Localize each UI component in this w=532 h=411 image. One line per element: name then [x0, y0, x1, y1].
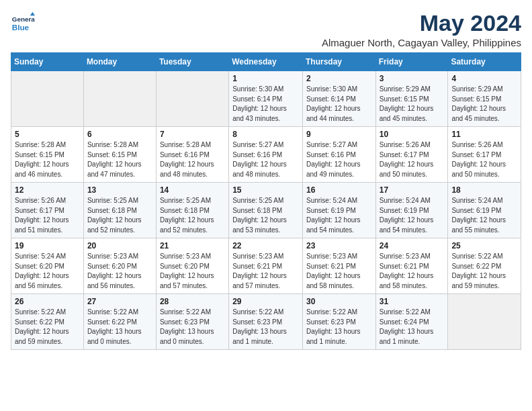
day-info: Sunrise: 5:22 AMSunset: 6:23 PMDaylight:…	[160, 308, 225, 347]
calendar-cell-w2-d5: 17Sunrise: 5:24 AMSunset: 6:19 PMDayligh…	[375, 183, 448, 238]
month-title: May 2024	[322, 11, 521, 36]
day-info: Sunrise: 5:26 AMSunset: 6:17 PMDaylight:…	[451, 140, 517, 179]
day-number: 29	[232, 297, 299, 306]
day-info: Sunrise: 5:28 AMSunset: 6:15 PMDaylight:…	[87, 140, 152, 179]
day-info: Sunrise: 5:26 AMSunset: 6:17 PMDaylight:…	[380, 140, 445, 179]
calendar-cell-w0-d4: 2Sunrise: 5:30 AMSunset: 6:14 PMDaylight…	[302, 71, 375, 127]
calendar-cell-w3-d5: 24Sunrise: 5:23 AMSunset: 6:21 PMDayligh…	[375, 238, 448, 294]
day-info: Sunrise: 5:23 AMSunset: 6:20 PMDaylight:…	[160, 252, 225, 291]
day-number: 3	[380, 74, 445, 83]
calendar-cell-w0-d5: 3Sunrise: 5:29 AMSunset: 6:15 PMDaylight…	[375, 71, 448, 127]
day-number: 28	[160, 297, 225, 306]
day-number: 10	[380, 130, 445, 139]
calendar-cell-w2-d3: 15Sunrise: 5:25 AMSunset: 6:18 PMDayligh…	[229, 183, 303, 238]
svg-marker-2	[30, 12, 35, 15]
calendar-cell-w0-d1	[83, 71, 156, 127]
day-info: Sunrise: 5:22 AMSunset: 6:23 PMDaylight:…	[232, 308, 299, 347]
day-info: Sunrise: 5:24 AMSunset: 6:19 PMDaylight:…	[451, 196, 517, 235]
calendar-table: SundayMondayTuesdayWednesdayThursdayFrid…	[11, 52, 521, 350]
calendar-cell-w4-d2: 28Sunrise: 5:22 AMSunset: 6:23 PMDayligh…	[156, 294, 228, 350]
calendar-cell-w4-d0: 26Sunrise: 5:22 AMSunset: 6:22 PMDayligh…	[11, 294, 84, 350]
day-info: Sunrise: 5:25 AMSunset: 6:18 PMDaylight:…	[160, 196, 225, 235]
day-number: 14	[160, 185, 225, 195]
day-number: 9	[306, 130, 372, 139]
calendar-cell-w0-d3: 1Sunrise: 5:30 AMSunset: 6:14 PMDaylight…	[229, 71, 303, 127]
weekday-header-friday: Friday	[375, 53, 448, 71]
calendar-cell-w1-d2: 7Sunrise: 5:28 AMSunset: 6:16 PMDaylight…	[156, 127, 228, 183]
day-number: 5	[15, 130, 80, 139]
day-info: Sunrise: 5:28 AMSunset: 6:15 PMDaylight:…	[15, 140, 80, 179]
day-info: Sunrise: 5:26 AMSunset: 6:17 PMDaylight:…	[15, 196, 80, 235]
calendar-cell-w0-d0	[11, 71, 84, 127]
logo: General Blue	[11, 11, 38, 35]
weekday-header-monday: Monday	[83, 53, 156, 71]
day-info: Sunrise: 5:23 AMSunset: 6:21 PMDaylight:…	[306, 252, 372, 291]
calendar-cell-w4-d4: 30Sunrise: 5:22 AMSunset: 6:23 PMDayligh…	[302, 294, 375, 350]
day-number: 7	[160, 130, 225, 139]
day-info: Sunrise: 5:30 AMSunset: 6:14 PMDaylight:…	[232, 85, 299, 124]
day-info: Sunrise: 5:29 AMSunset: 6:15 PMDaylight:…	[380, 85, 445, 124]
calendar-cell-w1-d3: 8Sunrise: 5:27 AMSunset: 6:16 PMDaylight…	[229, 127, 303, 183]
calendar-cell-w4-d3: 29Sunrise: 5:22 AMSunset: 6:23 PMDayligh…	[229, 294, 303, 350]
day-info: Sunrise: 5:22 AMSunset: 6:22 PMDaylight:…	[451, 252, 517, 291]
calendar-cell-w1-d1: 6Sunrise: 5:28 AMSunset: 6:15 PMDaylight…	[83, 127, 156, 183]
day-info: Sunrise: 5:22 AMSunset: 6:22 PMDaylight:…	[15, 308, 80, 347]
title-block: May 2024 Almaguer North, Cagayan Valley,…	[322, 11, 521, 48]
day-info: Sunrise: 5:25 AMSunset: 6:18 PMDaylight:…	[232, 196, 299, 235]
day-number: 27	[87, 297, 152, 306]
day-number: 30	[306, 297, 372, 306]
weekday-header-wednesday: Wednesday	[229, 53, 303, 71]
day-number: 15	[232, 185, 299, 195]
day-number: 22	[232, 241, 299, 250]
day-number: 12	[15, 185, 80, 195]
day-info: Sunrise: 5:25 AMSunset: 6:18 PMDaylight:…	[87, 196, 152, 235]
day-number: 4	[451, 74, 517, 83]
calendar-cell-w3-d0: 19Sunrise: 5:24 AMSunset: 6:20 PMDayligh…	[11, 238, 84, 294]
day-number: 25	[451, 241, 517, 250]
calendar-cell-w2-d6: 18Sunrise: 5:24 AMSunset: 6:19 PMDayligh…	[448, 183, 521, 238]
day-info: Sunrise: 5:23 AMSunset: 6:21 PMDaylight:…	[380, 252, 445, 291]
day-number: 13	[87, 185, 152, 195]
day-number: 6	[87, 130, 152, 139]
svg-text:Blue: Blue	[12, 23, 30, 32]
calendar-cell-w0-d2	[156, 71, 228, 127]
day-info: Sunrise: 5:30 AMSunset: 6:14 PMDaylight:…	[306, 85, 372, 124]
calendar-cell-w1-d6: 11Sunrise: 5:26 AMSunset: 6:17 PMDayligh…	[448, 127, 521, 183]
calendar-cell-w3-d6: 25Sunrise: 5:22 AMSunset: 6:22 PMDayligh…	[448, 238, 521, 294]
calendar-cell-w1-d0: 5Sunrise: 5:28 AMSunset: 6:15 PMDaylight…	[11, 127, 84, 183]
day-info: Sunrise: 5:24 AMSunset: 6:19 PMDaylight:…	[306, 196, 372, 235]
weekday-header-sunday: Sunday	[11, 53, 84, 71]
day-info: Sunrise: 5:22 AMSunset: 6:22 PMDaylight:…	[87, 308, 152, 347]
calendar-cell-w3-d3: 22Sunrise: 5:23 AMSunset: 6:21 PMDayligh…	[229, 238, 303, 294]
calendar-cell-w4-d5: 31Sunrise: 5:22 AMSunset: 6:24 PMDayligh…	[375, 294, 448, 350]
calendar-cell-w0-d6: 4Sunrise: 5:29 AMSunset: 6:15 PMDaylight…	[448, 71, 521, 127]
weekday-header-tuesday: Tuesday	[156, 53, 228, 71]
day-number: 8	[232, 130, 299, 139]
day-number: 1	[232, 74, 299, 83]
day-number: 26	[15, 297, 80, 306]
day-number: 17	[380, 185, 445, 195]
calendar-cell-w2-d4: 16Sunrise: 5:24 AMSunset: 6:19 PMDayligh…	[302, 183, 375, 238]
day-number: 2	[306, 74, 372, 83]
day-info: Sunrise: 5:24 AMSunset: 6:19 PMDaylight:…	[380, 196, 445, 235]
day-info: Sunrise: 5:27 AMSunset: 6:16 PMDaylight:…	[306, 140, 372, 179]
day-number: 23	[306, 241, 372, 250]
day-info: Sunrise: 5:23 AMSunset: 6:21 PMDaylight:…	[232, 252, 299, 291]
calendar-cell-w2-d2: 14Sunrise: 5:25 AMSunset: 6:18 PMDayligh…	[156, 183, 228, 238]
calendar-cell-w2-d0: 12Sunrise: 5:26 AMSunset: 6:17 PMDayligh…	[11, 183, 84, 238]
day-number: 11	[451, 130, 517, 139]
day-info: Sunrise: 5:28 AMSunset: 6:16 PMDaylight:…	[160, 140, 225, 179]
weekday-header-thursday: Thursday	[302, 53, 375, 71]
header: General Blue May 2024 Almaguer North, Ca…	[11, 11, 521, 48]
day-info: Sunrise: 5:29 AMSunset: 6:15 PMDaylight:…	[451, 85, 517, 124]
subtitle: Almaguer North, Cagayan Valley, Philippi…	[322, 37, 521, 48]
calendar-cell-w1-d4: 9Sunrise: 5:27 AMSunset: 6:16 PMDaylight…	[302, 127, 375, 183]
day-info: Sunrise: 5:24 AMSunset: 6:20 PMDaylight:…	[15, 252, 80, 291]
weekday-header-saturday: Saturday	[448, 53, 521, 71]
calendar-cell-w3-d4: 23Sunrise: 5:23 AMSunset: 6:21 PMDayligh…	[302, 238, 375, 294]
day-number: 24	[380, 241, 445, 250]
day-number: 16	[306, 185, 372, 195]
calendar-cell-w2-d1: 13Sunrise: 5:25 AMSunset: 6:18 PMDayligh…	[83, 183, 156, 238]
calendar-cell-w1-d5: 10Sunrise: 5:26 AMSunset: 6:17 PMDayligh…	[375, 127, 448, 183]
calendar-cell-w3-d1: 20Sunrise: 5:23 AMSunset: 6:20 PMDayligh…	[83, 238, 156, 294]
